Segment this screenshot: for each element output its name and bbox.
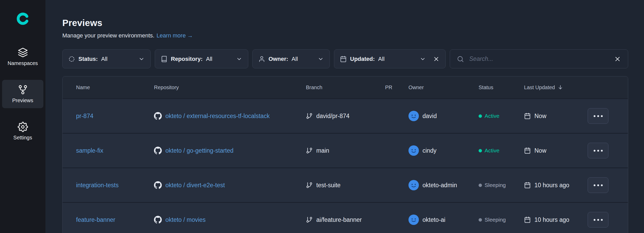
last-updated-text: 10 hours ago	[534, 182, 569, 189]
person-icon	[258, 56, 265, 62]
status-dot	[479, 218, 482, 222]
repository-link[interactable]: okteto / divert-e2e-test	[165, 182, 225, 189]
last-updated-text: Now	[534, 113, 546, 120]
filter-value: All	[101, 56, 108, 62]
gear-icon	[18, 122, 28, 132]
updated-filter-dropdown[interactable]: Updated: All	[334, 49, 446, 68]
status-dot	[479, 149, 482, 152]
owner-filter-dropdown[interactable]: Owner: All	[252, 49, 330, 68]
status-badge: Sleeping	[479, 182, 506, 188]
status-text: Sleeping	[485, 217, 506, 223]
clear-updated-filter-button[interactable]	[433, 56, 440, 62]
status-text: Active	[485, 113, 499, 119]
preview-name-link[interactable]: pr-874	[76, 113, 93, 120]
chevron-down-icon	[318, 56, 324, 62]
git-fork-icon	[18, 85, 28, 95]
git-branch-icon	[306, 147, 313, 154]
git-branch-icon	[306, 182, 313, 189]
chevron-down-icon	[420, 56, 426, 62]
table-row[interactable]: integration-tests okteto / divert-e2e-te…	[63, 167, 628, 202]
column-header-last-updated[interactable]: Last Updated	[524, 85, 588, 90]
repository-link[interactable]: okteto / go-getting-started	[165, 147, 233, 154]
table-row[interactable]: feature-banner okteto / movies ai/featur…	[63, 202, 628, 233]
filter-bar: Status: All Repository: All	[62, 49, 628, 68]
table-row[interactable]: pr-874 okteto / external-resources-tf-lo…	[63, 98, 628, 133]
avatar	[408, 111, 419, 121]
sidebar: Namespaces Previews Settings	[0, 0, 45, 233]
status-text: Active	[485, 147, 499, 154]
calendar-icon	[524, 113, 531, 119]
calendar-icon	[524, 147, 531, 154]
row-actions-button[interactable]	[588, 212, 608, 228]
repository-filter-dropdown[interactable]: Repository: All	[155, 49, 248, 68]
column-header-name: Name	[76, 85, 154, 90]
status-filter-dropdown[interactable]: Status: All	[62, 49, 151, 68]
avatar	[408, 145, 419, 156]
column-header-pr: PR	[385, 85, 408, 90]
search-input[interactable]	[469, 55, 606, 63]
sidebar-item-label: Namespaces	[8, 60, 38, 66]
table-row[interactable]: sample-fix okteto / go-getting-started m…	[63, 133, 628, 167]
column-header-owner: Owner	[408, 85, 479, 90]
search-box	[450, 49, 628, 68]
layers-icon	[18, 47, 28, 58]
learn-more-link[interactable]: Learn more→	[157, 32, 193, 39]
github-icon	[154, 181, 162, 189]
status-text: Sleeping	[485, 182, 506, 188]
avatar	[408, 180, 419, 190]
branch-name: test-suite	[316, 182, 340, 189]
repository-link[interactable]: okteto / external-resources-tf-localstac…	[165, 113, 270, 120]
owner-name: david	[422, 113, 437, 120]
filter-label: Owner:	[269, 56, 288, 62]
github-icon	[154, 147, 162, 154]
git-branch-icon	[306, 113, 313, 119]
last-updated-text: Now	[534, 147, 546, 154]
status-dot	[479, 114, 482, 118]
owner-name: okteto-ai	[422, 216, 445, 223]
clear-search-button[interactable]	[614, 55, 621, 63]
status-badge: Active	[479, 113, 499, 119]
row-actions-button[interactable]	[588, 143, 608, 158]
branch-name: main	[316, 147, 329, 154]
row-actions-button[interactable]	[588, 177, 608, 193]
row-actions-button[interactable]	[588, 108, 608, 124]
preview-name-link[interactable]: feature-banner	[76, 216, 115, 223]
repository-link[interactable]: okteto / movies	[165, 216, 206, 223]
github-icon	[154, 216, 162, 224]
status-badge: Active	[479, 147, 499, 154]
okteto-logo[interactable]	[0, 0, 45, 43]
filter-label: Updated:	[350, 56, 375, 62]
owner-name: cindy	[422, 147, 437, 154]
filter-value: All	[378, 56, 384, 62]
preview-name-link[interactable]: integration-tests	[76, 182, 119, 189]
sidebar-item-settings[interactable]: Settings	[2, 117, 43, 145]
last-updated-text: 10 hours ago	[534, 216, 569, 223]
status-dot	[479, 184, 482, 187]
owner-name: okteto-admin	[422, 182, 457, 189]
arrow-right-icon: →	[187, 32, 193, 39]
filter-value: All	[292, 56, 298, 62]
chevron-down-icon	[138, 56, 145, 62]
column-header-branch: Branch	[306, 85, 385, 90]
page-title: Previews	[62, 18, 628, 28]
calendar-icon	[524, 182, 531, 189]
git-branch-icon	[306, 216, 313, 223]
calendar-icon	[340, 56, 347, 62]
sort-descending-icon	[558, 85, 563, 90]
dashed-circle-icon	[68, 56, 75, 62]
sidebar-item-label: Previews	[12, 98, 33, 103]
sidebar-item-previews[interactable]: Previews	[2, 80, 43, 108]
preview-name-link[interactable]: sample-fix	[76, 147, 103, 154]
filter-label: Repository:	[171, 56, 203, 62]
github-icon	[154, 112, 162, 120]
page-subtitle: Manage your preview environments. Learn …	[62, 32, 628, 39]
filter-value: All	[206, 56, 212, 62]
sidebar-item-namespaces[interactable]: Namespaces	[2, 43, 43, 71]
filter-label: Status:	[78, 56, 98, 62]
branch-name: david/pr-874	[316, 113, 350, 120]
calendar-icon	[524, 216, 531, 223]
main-content: Previews Manage your preview environment…	[45, 0, 644, 233]
column-header-status: Status	[479, 85, 524, 90]
status-badge: Sleeping	[479, 217, 506, 223]
avatar	[408, 215, 419, 225]
